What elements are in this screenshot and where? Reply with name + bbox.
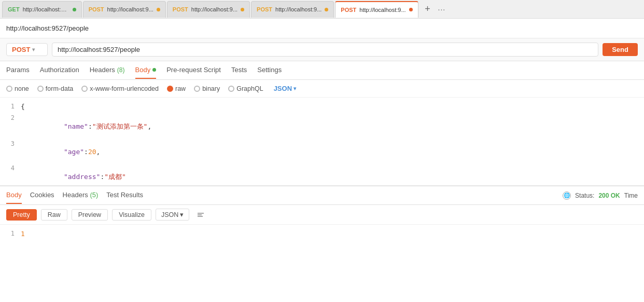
tab-4-url: http://localhost:9... — [275, 6, 321, 12]
response-toolbar: Pretty Raw Preview Visualize JSON ▾ — [0, 205, 644, 225]
line-num-1: 1 — [0, 102, 21, 110]
tab-prerequest[interactable]: Pre-request Script — [166, 62, 221, 79]
response-json-button[interactable]: JSON ▾ — [156, 209, 189, 221]
url-input[interactable] — [52, 43, 598, 57]
tab-3-url: http://localhost:9... — [191, 6, 237, 12]
response-test-results-label: Test Results — [106, 191, 143, 199]
code-editor[interactable]: 1 { 2 "name":"测试添加第一条", 3 "age":20, 4 "a… — [0, 98, 644, 186]
tab-headers[interactable]: Headers (8) — [90, 62, 125, 79]
tab-2-url: http://localhost:9... — [107, 6, 153, 12]
tab-params[interactable]: Params — [6, 62, 30, 79]
current-url-display: http://localhost:9527/people — [6, 24, 89, 32]
response-line-content-1: 1 — [21, 229, 644, 238]
status-label: Status: — [575, 192, 594, 199]
response-tab-test-results[interactable]: Test Results — [106, 187, 143, 204]
code-line-1: 1 { — [0, 102, 644, 113]
response-nav: Body Cookies Headers (5) Test Results 🌐 … — [0, 186, 644, 205]
tab-authorization[interactable]: Authorization — [40, 62, 79, 79]
radio-urlencoded[interactable]: x-www-form-urlencoded — [81, 85, 159, 92]
response-tab-headers[interactable]: Headers (5) — [63, 187, 99, 204]
selected-method: POST — [12, 46, 30, 53]
tab-1-url: http://localhost:91... — [23, 6, 69, 12]
radio-binary-circle — [194, 86, 200, 92]
radio-raw-circle — [167, 86, 173, 92]
sub-nav: Params Authorization Headers (8) Body Pr… — [0, 61, 644, 80]
method-select[interactable]: POST ▾ — [6, 43, 48, 56]
tab-5[interactable]: POST http://localhost:9... — [335, 1, 418, 18]
body-label: Body — [135, 66, 151, 74]
radio-graphql[interactable]: GraphQL — [228, 85, 263, 92]
json-format-button[interactable]: JSON ▾ — [274, 85, 296, 92]
response-tab-body[interactable]: Body — [6, 187, 22, 204]
response-section: Body Cookies Headers (5) Test Results 🌐 … — [0, 186, 644, 256]
tab-1[interactable]: GET http://localhost:91... — [2, 1, 82, 18]
json-format-label: JSON — [274, 85, 292, 92]
clear-button[interactable] — [193, 209, 208, 221]
tab-3[interactable]: POST http://localhost:9... — [167, 1, 250, 18]
line-num-2: 2 — [0, 113, 21, 121]
tab-4-method: POST — [257, 6, 272, 12]
tab-4[interactable]: POST http://localhost:9... — [251, 1, 334, 18]
prerequest-label: Pre-request Script — [166, 66, 221, 74]
tab-5-dot — [409, 8, 413, 11]
tab-5-method: POST — [341, 7, 356, 13]
settings-label: Settings — [257, 66, 282, 74]
radio-binary[interactable]: binary — [194, 85, 220, 92]
pretty-button[interactable]: Pretty — [6, 209, 37, 221]
radio-form-data[interactable]: form-data — [37, 85, 74, 92]
tab-4-dot — [325, 8, 328, 11]
line-num-3: 3 — [0, 139, 21, 147]
tab-tests[interactable]: Tests — [231, 62, 247, 79]
response-tab-cookies[interactable]: Cookies — [30, 187, 54, 204]
code-line-4: 4 "address":"成都" — [0, 163, 644, 186]
tab-3-method: POST — [173, 6, 188, 12]
method-chevron-icon: ▾ — [32, 47, 35, 52]
response-cookies-label: Cookies — [30, 191, 54, 199]
radio-raw[interactable]: raw — [167, 85, 186, 92]
request-bar: POST ▾ Send — [0, 38, 644, 61]
tab-2[interactable]: POST http://localhost:9... — [83, 1, 166, 18]
tab-2-method: POST — [89, 6, 104, 12]
radio-form-data-label: form-data — [46, 85, 74, 92]
body-type-bar: none form-data x-www-form-urlencoded raw… — [0, 80, 644, 98]
radio-urlencoded-circle — [81, 86, 88, 92]
status-code: 200 OK — [598, 192, 620, 199]
preview-button[interactable]: Preview — [72, 209, 108, 221]
line-content-4: "address":"成都" — [21, 163, 644, 186]
radio-graphql-label: GraphQL — [236, 85, 263, 92]
response-headers-badge: (5) — [90, 191, 98, 199]
code-line-3: 3 "age":20, — [0, 139, 644, 163]
radio-raw-label: raw — [175, 85, 186, 92]
url-bar-container: http://localhost:9527/people — [0, 19, 644, 38]
globe-icon: 🌐 — [563, 191, 571, 200]
tab-actions: + ··· — [422, 3, 446, 16]
authorization-label: Authorization — [40, 66, 79, 74]
response-json-chevron-icon: ▾ — [180, 211, 184, 218]
response-body-label: Body — [6, 191, 22, 199]
more-tabs-button[interactable]: ··· — [438, 5, 446, 13]
radio-graphql-circle — [228, 86, 234, 92]
tab-settings[interactable]: Settings — [257, 62, 282, 79]
response-line-1: 1 1 — [0, 229, 644, 240]
tab-1-method: GET — [8, 6, 20, 12]
radio-urlencoded-label: x-www-form-urlencoded — [90, 85, 159, 92]
visualize-button[interactable]: Visualize — [112, 209, 151, 221]
body-active-dot — [152, 68, 156, 72]
params-label: Params — [6, 66, 30, 74]
time-label: Time — [624, 192, 638, 199]
tab-bar: GET http://localhost:91... POST http://l… — [0, 0, 644, 19]
send-button[interactable]: Send — [603, 43, 638, 56]
tab-body[interactable]: Body — [135, 62, 157, 79]
raw-button[interactable]: Raw — [41, 209, 67, 221]
tab-5-url: http://localhost:9... — [359, 7, 405, 13]
response-line-num-1: 1 — [0, 229, 21, 237]
tab-1-dot — [73, 8, 76, 11]
radio-none[interactable]: none — [6, 85, 29, 92]
code-line-2: 2 "name":"测试添加第一条", — [0, 113, 644, 139]
headers-badge: (8) — [117, 66, 125, 74]
line-content-2: "name":"测试添加第一条", — [21, 113, 644, 139]
radio-none-circle — [6, 86, 12, 92]
line-content-1: { — [21, 102, 644, 111]
line-content-3: "age":20, — [21, 139, 644, 163]
new-tab-button[interactable]: + — [422, 3, 434, 16]
